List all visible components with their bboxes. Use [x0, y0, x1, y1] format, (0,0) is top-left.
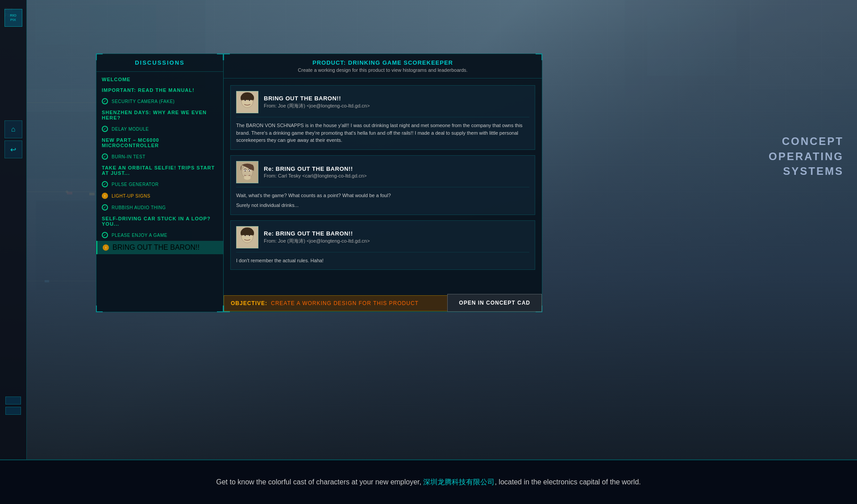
discussion-item-orbital[interactable]: TAKE AN ORBITAL SELFIE! TRIPS START AT J…: [96, 162, 223, 178]
message-title-3: Re: BRING OUT THE BARON!!: [264, 230, 370, 237]
avatar-carl: [236, 161, 258, 183]
discussion-item-baron[interactable]: ! BRING OUT THE BARON!!: [96, 241, 223, 254]
sidebar-bottom-item-1: [5, 397, 21, 405]
avatar-joe-1: [236, 91, 258, 113]
concept-os-watermark: CONCEPT OPERATING SYSTEMS: [769, 134, 844, 179]
discussion-item-delay[interactable]: ✓ DELAY MODULE: [96, 123, 223, 135]
important-label: IMPORTANT: READ THE MANUAL!: [102, 87, 195, 93]
security-camera-label: SECURITY CAMERA (FAKE): [112, 99, 175, 104]
discussion-item-shenzhen[interactable]: SHENZHEN DAYS: WHY ARE WE EVEN HERE?: [96, 107, 223, 123]
bottom-text-after: , located in the electronics capital of …: [495, 478, 641, 486]
message-from-2: From: Carl Tesky <carl@longteng-co-ltd.g…: [264, 173, 366, 178]
left-sidebar: RIOPIX ⌂ ↩: [0, 0, 27, 459]
complete-icon-burn: ✓: [102, 153, 108, 160]
svg-rect-12: [89, 193, 95, 195]
complete-icon-security: ✓: [102, 98, 108, 104]
svg-rect-10: [750, 0, 857, 89]
discussion-item-new-part[interactable]: NEW PART – MC6000 MICROCONTROLLER: [96, 135, 223, 151]
discussion-item-security-camera[interactable]: ✓ SECURITY CAMERA (FAKE): [96, 95, 223, 107]
bottom-text: Get to know the colorful cast of charact…: [216, 477, 641, 487]
discussions-title: DISCUSSIONS: [103, 59, 216, 66]
discussion-item-important[interactable]: IMPORTANT: READ THE MANUAL!: [96, 85, 223, 95]
discussions-header: DISCUSSIONS: [96, 54, 223, 72]
message-card-1: BRING OUT THE BARON!! From: Joe (周海涛) <j…: [230, 85, 535, 150]
warning-icon-baron: !: [103, 244, 109, 251]
joe-avatar-svg: [237, 91, 258, 113]
svg-point-14: [66, 190, 68, 193]
objective-label: OBJECTIVE:: [231, 300, 267, 306]
svg-point-29: [249, 170, 250, 171]
product-title: PRODUCT: DRINKING GAME SCOREKEEPER: [233, 59, 533, 66]
complete-icon-delay: ✓: [102, 126, 108, 132]
complete-icon-enjoy: ✓: [102, 232, 108, 238]
please-enjoy-label: PLEASE ENJOY A GAME: [112, 233, 167, 238]
self-driving-label: SELF-DRIVING CAR STUCK IN A LOOP? YOU...: [102, 216, 218, 227]
discussion-item-burn-in[interactable]: ✓ BURN-IN TEST: [96, 151, 223, 162]
complete-icon-rubbish: ✓: [102, 204, 108, 211]
message-info-3: Re: BRING OUT THE BARON!! From: Joe (周海涛…: [264, 230, 370, 244]
svg-rect-1: [36, 9, 80, 45]
bottom-bar: Get to know the colorful cast of charact…: [0, 459, 857, 504]
message-from-3: From: Joe (周海涛) <joe@longteng-co-ltd.gd.…: [264, 238, 370, 244]
product-label: PRODUCT:: [312, 59, 346, 66]
message-body-2: Wait, what's the game? What counts as a …: [236, 192, 529, 209]
burn-in-label: BURN-IN TEST: [112, 154, 146, 159]
light-signs-label: LIGHT-UP SIGNS: [112, 194, 150, 198]
rubbish-audio-label: RUBBISH AUDIO THING: [112, 205, 166, 210]
baron-label: BRING OUT THE BARON!!: [112, 244, 200, 252]
sidebar-logo: RIOPIX: [4, 9, 22, 27]
orbital-label: TAKE AN ORBITAL SELFIE! TRIPS START AT J…: [102, 165, 218, 176]
bottom-text-before: Get to know the colorful cast of charact…: [216, 478, 423, 486]
discussions-panel: DISCUSSIONS WELCOME IMPORTANT: READ THE …: [96, 54, 223, 312]
open-cad-button[interactable]: OPEN IN CONCEPT CAD: [447, 294, 542, 312]
svg-rect-2: [89, 4, 156, 58]
sidebar-back-button[interactable]: ↩: [4, 140, 22, 158]
messages-area: BRING OUT THE BARON!! From: Joe (周海涛) <j…: [224, 78, 542, 295]
joe-avatar-svg-2: [237, 226, 258, 248]
discussion-item-self-driving[interactable]: SELF-DRIVING CAR STUCK IN A LOOP? YOU...: [96, 213, 223, 229]
discussion-item-pulse[interactable]: ✓ PULSE GENERATOR: [96, 178, 223, 190]
shenzhen-label: SHENZHEN DAYS: WHY ARE WE EVEN HERE?: [102, 110, 218, 120]
message-header-3: Re: BRING OUT THE BARON!! From: Joe (周海涛…: [236, 226, 529, 252]
message-info-2: Re: BRING OUT THE BARON!! From: Carl Tes…: [264, 165, 366, 178]
content-panel: PRODUCT: DRINKING GAME SCOREKEEPER Creat…: [223, 54, 542, 312]
discussion-item-please-enjoy[interactable]: ✓ PLEASE ENJOY A GAME: [96, 229, 223, 241]
svg-point-28: [245, 170, 246, 171]
message-header-1: BRING OUT THE BARON!! From: Joe (周海涛) <j…: [236, 91, 529, 117]
carl-avatar-svg: [237, 161, 258, 183]
warning-icon-light: !: [102, 193, 108, 199]
discussions-list[interactable]: WELCOME IMPORTANT: READ THE MANUAL! ✓ SE…: [96, 72, 223, 312]
message-body-line2: Surely not individual drinks...: [236, 202, 529, 209]
discussion-item-rubbish-audio[interactable]: ✓ RUBBISH AUDIO THING: [96, 202, 223, 213]
product-header: PRODUCT: DRINKING GAME SCOREKEEPER Creat…: [224, 54, 542, 78]
avatar-joe-2: [236, 226, 258, 248]
sidebar-home-button[interactable]: ⌂: [4, 120, 22, 138]
message-info-1: BRING OUT THE BARON!! From: Joe (周海涛) <j…: [264, 95, 370, 109]
pulse-label: PULSE GENERATOR: [112, 182, 159, 187]
message-body-3: I don't remember the actual rules. Haha!: [236, 257, 529, 264]
discussion-item-light-signs[interactable]: ! LIGHT-UP SIGNS: [96, 190, 223, 202]
svg-point-30: [244, 175, 250, 180]
svg-rect-13: [45, 280, 49, 282]
message-body-line1: Wait, what's the game? What counts as a …: [236, 192, 529, 199]
complete-icon-pulse: ✓: [102, 181, 108, 187]
message-card-2: Re: BRING OUT THE BARON!! From: Carl Tes…: [230, 155, 535, 215]
bottom-text-company: 深圳龙腾科技有限公司: [423, 478, 495, 486]
product-subtitle: Create a working design for this product…: [233, 67, 533, 73]
message-body-1: The BARON VON SCHNAPPS is in the house y…: [236, 122, 529, 144]
main-ui-container: DISCUSSIONS WELCOME IMPORTANT: READ THE …: [96, 54, 542, 312]
sidebar-bottom: [5, 397, 21, 415]
message-card-3: Re: BRING OUT THE BARON!! From: Joe (周海涛…: [230, 220, 535, 270]
sidebar-nav: ⌂ ↩: [4, 120, 22, 158]
sidebar-bottom-item-2: [5, 407, 21, 415]
discussion-item-welcome[interactable]: WELCOME: [96, 74, 223, 85]
message-title-1: BRING OUT THE BARON!!: [264, 95, 370, 102]
delay-label: DELAY MODULE: [112, 127, 149, 132]
objective-text: CREATE A WORKING DESIGN FOR THIS PRODUCT: [271, 300, 419, 306]
product-name: DRINKING GAME SCOREKEEPER: [348, 59, 453, 66]
new-part-label: NEW PART – MC6000 MICROCONTROLLER: [102, 137, 218, 148]
message-from-1: From: Joe (周海涛) <joe@longteng-co-ltd.gd.…: [264, 103, 370, 109]
svg-rect-9: [647, 9, 736, 76]
message-title-2: Re: BRING OUT THE BARON!!: [264, 165, 366, 172]
message-header-2: Re: BRING OUT THE BARON!! From: Carl Tes…: [236, 161, 529, 187]
